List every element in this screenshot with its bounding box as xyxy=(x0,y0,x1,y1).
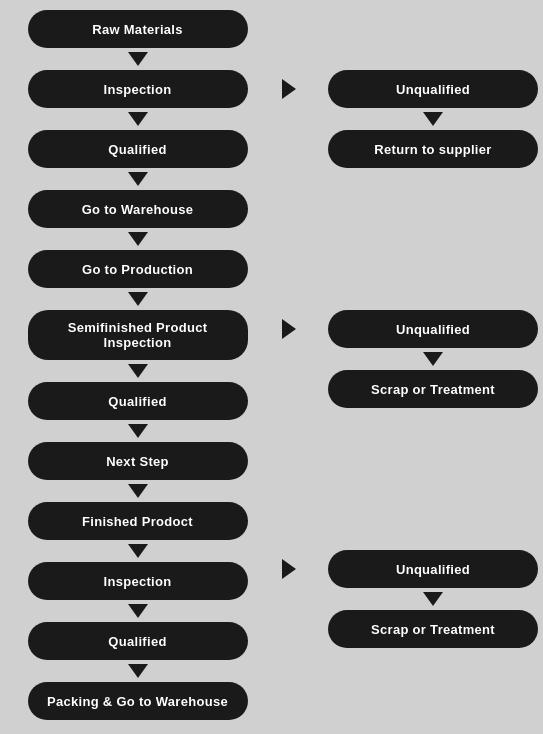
col-arrow xyxy=(265,10,313,720)
arrow-down-8 xyxy=(128,484,148,498)
scrap-treatment2-node: Scrap or Treatment xyxy=(328,610,538,648)
arrow-down-s2 xyxy=(423,352,443,366)
arrow-right-2 xyxy=(282,319,296,339)
arrow-down-6 xyxy=(128,364,148,378)
qualified1-node: Qualified xyxy=(28,130,248,168)
scrap-treatment1-node: Scrap or Treatment xyxy=(328,370,538,408)
arrow-right-3-wrapper xyxy=(274,550,304,588)
flowchart: Raw Materials Inspection Qualified Go to… xyxy=(10,10,543,720)
arrow-right-1-wrapper xyxy=(274,70,304,108)
arrow-down-4 xyxy=(128,232,148,246)
inspection2-node: Inspection xyxy=(28,562,248,600)
arrow-down-10 xyxy=(128,604,148,618)
arrow-down-2 xyxy=(128,112,148,126)
col-side: Unqualified Return to supplier Unqualifi… xyxy=(313,10,543,720)
arrow-right-3 xyxy=(282,559,296,579)
return-supplier-node: Return to supplier xyxy=(328,130,538,168)
arrow-right-2-wrapper xyxy=(274,310,304,348)
arrow-right-1 xyxy=(282,79,296,99)
semifinished-inspection-node: Semifinished Product Inspection xyxy=(28,310,248,360)
unqualified2-node: Unqualified xyxy=(328,310,538,348)
arrow-down-7 xyxy=(128,424,148,438)
unqualified3-node: Unqualified xyxy=(328,550,538,588)
arrow-down-s3 xyxy=(423,592,443,606)
qualified2-node: Qualified xyxy=(28,382,248,420)
arrow-down-11 xyxy=(128,664,148,678)
go-to-production-node: Go to Production xyxy=(28,250,248,288)
inspection1-node: Inspection xyxy=(28,70,248,108)
arrow-down-1 xyxy=(128,52,148,66)
go-to-warehouse-node: Go to Warehouse xyxy=(28,190,248,228)
arrow-down-3 xyxy=(128,172,148,186)
arrow-down-5 xyxy=(128,292,148,306)
packing-node: Packing & Go to Warehouse xyxy=(28,682,248,720)
next-step-node: Next Step xyxy=(28,442,248,480)
finished-product-node: Finished Prodoct xyxy=(28,502,248,540)
qualified3-node: Qualified xyxy=(28,622,248,660)
raw-materials-node: Raw Materials xyxy=(28,10,248,48)
arrow-down-9 xyxy=(128,544,148,558)
col-main: Raw Materials Inspection Qualified Go to… xyxy=(10,10,265,720)
arrow-down-s1 xyxy=(423,112,443,126)
unqualified1-node: Unqualified xyxy=(328,70,538,108)
